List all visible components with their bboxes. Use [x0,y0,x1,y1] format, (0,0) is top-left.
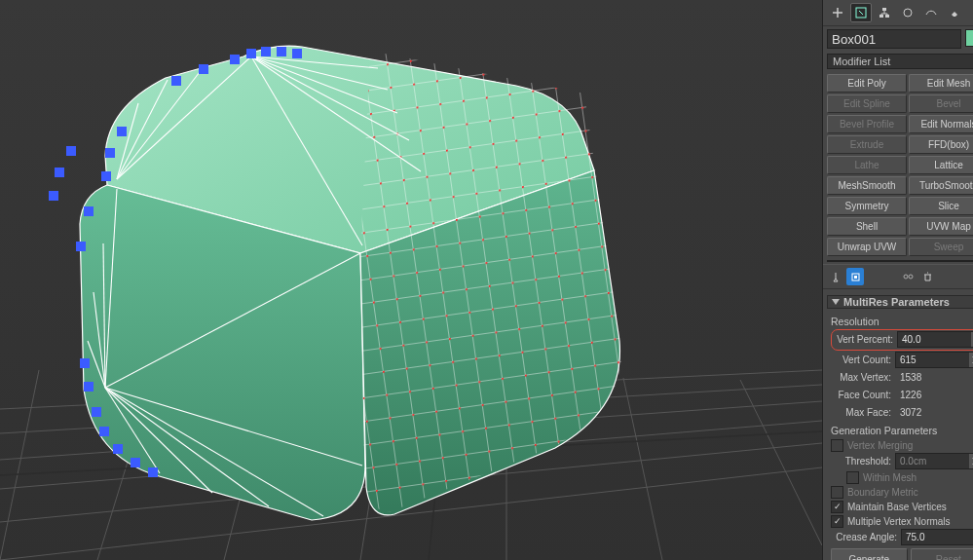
face-count-value: 1226 [895,390,921,400]
mesh-object[interactable] [0,0,822,560]
svg-rect-49 [80,358,90,368]
field-label: Threshold: [841,456,895,467]
svg-rect-45 [105,148,115,158]
field-label: Max Face: [831,407,895,418]
modifier-button[interactable]: Lattice [909,156,973,174]
svg-rect-51 [92,407,101,417]
modifier-button[interactable]: Edit Poly [827,74,907,93]
svg-rect-62 [885,15,889,18]
modifier-button: Edit Spline [827,94,907,113]
field-label: Crease Angle: [831,532,901,542]
modifier-button[interactable]: Edit Normals [909,115,973,133]
utilities-tab-icon[interactable] [944,3,965,22]
reset-button: Reset [911,548,974,560]
pin-stack-icon[interactable] [827,268,844,285]
within-mesh-checkbox: Within Mesh [846,470,973,485]
modifier-button[interactable]: TurboSmooth [909,176,973,195]
svg-rect-52 [99,427,109,436]
modifier-button[interactable]: Shell [827,217,907,236]
svg-rect-40 [292,49,302,58]
object-name-field[interactable] [827,29,961,49]
make-unique-icon[interactable] [899,268,917,285]
svg-rect-43 [171,76,181,86]
svg-rect-48 [76,242,86,251]
svg-rect-58 [49,191,58,201]
modifier-button[interactable]: Symmetry [827,197,907,215]
modifier-list-dropdown[interactable]: Modifier List [827,54,973,69]
svg-rect-42 [199,64,208,74]
object-color-swatch[interactable] [965,29,973,47]
svg-rect-61 [879,15,883,18]
svg-rect-53 [113,444,123,454]
vertex-merging-checkbox[interactable]: Vertex Merging [831,438,973,453]
crease-angle-spinner[interactable]: 75.0 [901,529,973,545]
svg-rect-47 [84,206,94,216]
svg-rect-57 [55,168,64,177]
modifier-button[interactable]: Edit Mesh [909,74,973,93]
field-label: Vert Count: [831,355,895,365]
field-label: Face Count: [831,390,895,400]
svg-rect-44 [117,127,127,136]
chevron-down-icon [832,299,840,305]
modifier-button[interactable]: MeshSmooth [827,176,907,195]
modifier-button: Bevel [909,94,973,113]
motion-tab-icon[interactable] [897,3,918,22]
max-face-value: 3072 [895,407,921,418]
field-label: Max Vertex: [831,372,895,383]
viewport-3d[interactable] [0,0,822,560]
rollup-title: MultiRes Parameters [843,296,950,308]
vert-count-spinner[interactable]: 615 [895,352,973,368]
svg-rect-54 [131,458,140,467]
multiple-normals-checkbox[interactable]: ✓Multiple Vertex Normals [831,514,973,529]
svg-rect-37 [246,49,256,58]
modifier-button: Bevel Profile [827,115,907,133]
maintain-base-checkbox[interactable]: ✓Maintain Base Vertices [831,500,973,514]
modifier-stack[interactable]: MultiResVertexEditable Poly [827,260,973,262]
field-label: Vert Percent: [833,334,897,345]
generate-button[interactable]: Generate [831,548,908,560]
svg-rect-50 [84,382,94,392]
svg-point-66 [904,275,908,279]
group-label: Generation Parameters [831,425,973,436]
show-end-result-icon[interactable] [846,268,864,285]
modifier-button[interactable]: FFD(box) [909,135,973,154]
stack-item[interactable]: MultiRes [828,261,973,262]
modify-tab-icon[interactable] [850,3,872,22]
svg-rect-60 [882,8,886,11]
svg-point-63 [904,9,912,17]
modifier-button[interactable]: Slice [909,197,973,215]
svg-rect-38 [261,47,271,56]
modifier-button: Sweep [909,238,973,256]
modifier-button[interactable]: Unwrap UVW [827,238,907,256]
display-tab-icon[interactable] [920,3,942,22]
modifier-button: Extrude [827,135,907,154]
remove-modifier-icon[interactable] [918,268,936,285]
threshold-spinner: 0.0cm [895,453,973,469]
svg-rect-55 [148,467,158,477]
hierarchy-tab-icon[interactable] [874,3,895,22]
svg-rect-65 [854,276,857,279]
max-vertex-value: 1538 [895,372,921,383]
group-label: Resolution [831,316,973,327]
svg-point-67 [909,275,913,279]
svg-rect-39 [277,47,286,56]
svg-rect-56 [66,146,76,156]
vert-percent-spinner[interactable]: 40.0 [897,331,973,348]
boundary-metric-checkbox[interactable]: Boundary Metric [831,485,973,500]
modifier-list-label: Modifier List [833,56,890,67]
rollup-header[interactable]: MultiRes Parameters [827,295,973,309]
create-tab-icon[interactable] [827,3,848,22]
modifier-button: Lathe [827,156,907,174]
svg-rect-46 [101,171,111,181]
svg-rect-41 [230,55,240,64]
modifier-button[interactable]: UVW Map [909,217,973,236]
command-panel: Modifier List Edit PolyEdit MeshEdit Spl… [822,0,973,560]
